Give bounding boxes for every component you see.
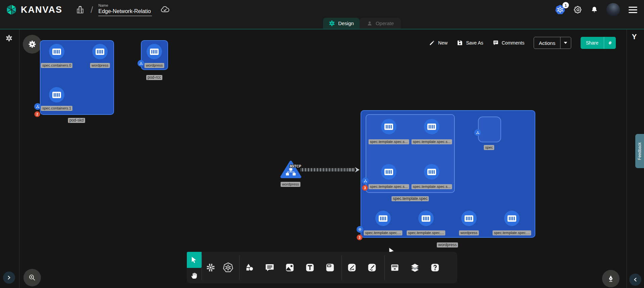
node-container[interactable] [418,211,434,226]
tab-tool-button[interactable] [320,252,340,283]
container-icon [52,92,61,98]
group-count-badge[interactable]: 2 [35,112,40,117]
group-relationship-badge[interactable] [362,177,369,184]
group-relationship-badge[interactable] [357,226,363,233]
node-label: wordpress [459,230,479,235]
kubernetes-context-switcher[interactable]: 1 [555,4,566,15]
hamburger-icon [629,7,637,13]
pan-tool-button[interactable] [187,268,202,283]
help-button[interactable] [425,252,445,283]
pen-nib-icon [607,275,615,283]
node-container[interactable] [461,211,477,226]
group-label: spec.template.spec [391,196,429,201]
node-container[interactable] [375,211,391,226]
component-explorer-button[interactable] [202,252,219,283]
node-container-wordpress[interactable] [92,44,108,59]
select-tool-button[interactable] [187,252,202,268]
edge-port-label: 80/TCP [290,164,301,168]
container-icon [384,169,393,175]
container-icon [96,49,104,55]
actions-caret[interactable] [560,37,571,49]
kanvas-logo[interactable]: KANVAS [5,4,62,16]
node-container-spec-containers-1[interactable] [49,87,64,102]
comment-tool-button[interactable] [260,252,280,283]
tab-design-label: Design [338,20,354,26]
new-button[interactable]: New [429,40,447,46]
yaml-panel-toggle[interactable]: Y [632,32,637,41]
group-spec-template-spec[interactable] [366,114,455,193]
top-bar: KANVAS / Name [0,0,644,29]
layers-button[interactable] [405,252,425,283]
node-container[interactable] [381,164,396,179]
group-relationship-badge[interactable] [34,103,41,110]
design-canvas[interactable]: New Save As Comments A [0,29,644,288]
node-container[interactable] [424,119,439,134]
bottom-toolbar [187,252,457,283]
container-icon [422,215,430,222]
breadcrumb-separator: / [91,5,93,15]
menu-button[interactable] [629,7,644,13]
notifications-button[interactable] [590,6,598,14]
freehand-icon [367,263,377,273]
pencil-tool-button[interactable] [362,252,382,283]
settings-button[interactable] [574,5,582,14]
node-label: spec.template.spec.s... [412,139,452,144]
dock-flower-button[interactable] [23,35,42,54]
logo-wordmark: KANVAS [21,5,62,15]
whiteboard-pen-button[interactable] [602,270,620,287]
circuit-icon [206,263,216,273]
drawer-button[interactable] [385,252,405,283]
canvas-actions-bar: New Save As Comments A [429,37,616,49]
copy-link-button[interactable] [604,37,616,49]
collapse-right-panel-button[interactable] [629,274,641,286]
group-count-badge[interactable]: 3 [362,185,368,191]
node-label: spec.containers.1 [41,106,72,111]
organization-icon[interactable] [76,5,85,14]
save-as-label: Save As [466,40,483,46]
node-container-wordpress[interactable] [147,44,162,59]
magnifier-plus-icon [28,274,36,282]
node-service-wordpress[interactable] [280,160,302,179]
feedback-tab[interactable]: Feedback [635,134,644,168]
node-label: spec.template.spec.... [407,230,445,235]
kubernetes-components-button[interactable] [219,252,237,283]
feedback-label: Feedback [637,142,642,160]
comments-button[interactable]: Comments [493,40,525,46]
node-container-spec-containers-0[interactable] [49,44,64,59]
group-count-badge[interactable]: 3 [357,235,363,240]
comment-icon [493,40,499,46]
node-container[interactable] [424,164,439,179]
node-label: wordpress [90,63,110,68]
avatar[interactable] [606,3,620,16]
kanvas-logo-icon [5,4,17,16]
share-button[interactable]: Share [581,37,616,49]
group-label: wordpress [437,242,458,247]
image-tool-button[interactable] [280,252,300,283]
shapes-tool-button[interactable] [239,252,260,283]
group-relationship-badge[interactable] [138,60,144,67]
text-tool-button[interactable] [300,252,320,283]
expand-left-panel-button[interactable] [3,272,15,284]
comments-label: Comments [502,40,525,46]
sync-spinner-icon[interactable] [5,34,13,42]
edge-service-to-deployment[interactable] [301,168,355,171]
pen-tool-button[interactable] [342,252,362,283]
pencil-icon [429,40,435,46]
actions-dropdown-button[interactable]: Actions [534,37,571,49]
node-container[interactable] [504,211,520,226]
tab-design[interactable]: Design [323,18,360,29]
tab-icon [325,263,335,273]
node-container[interactable] [381,119,396,134]
share-label: Share [581,40,604,46]
zoom-button[interactable] [23,269,41,286]
tab-operate[interactable]: Operate [360,18,401,29]
node-label: spec.template.spec.s... [369,184,409,189]
node-label: spec.template.spec.... [493,230,531,235]
design-name-label: Name [98,3,152,7]
hand-icon [190,272,198,280]
container-icon [384,124,393,130]
save-as-button[interactable]: Save As [457,40,483,46]
design-name-input[interactable] [98,8,152,16]
node-relationship-badge[interactable] [474,129,481,136]
node-spec[interactable] [478,117,501,142]
